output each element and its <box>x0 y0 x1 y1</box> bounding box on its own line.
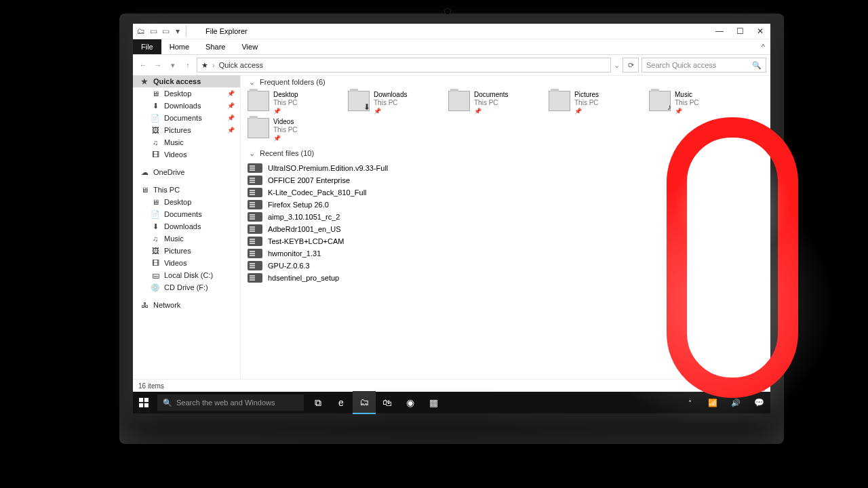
breadcrumb-location[interactable]: Quick access <box>219 61 263 69</box>
tray-volume-icon[interactable]: 🔊 <box>724 392 747 413</box>
file-icon <box>248 273 262 283</box>
pin-icon: 📌 <box>374 107 407 115</box>
sidebar-item-onedrive[interactable]: ☁ OneDrive <box>133 166 240 178</box>
taskbar: 🔍 Search the web and Windows ⧉ e 🗂 🛍 ◉ ▦… <box>133 392 770 413</box>
sidebar-item-documents[interactable]: 📄Documents <box>133 208 240 220</box>
sidebar-item-label: Desktop <box>164 89 191 98</box>
store-icon[interactable]: 🛍 <box>376 392 399 413</box>
svg-rect-1 <box>144 398 149 402</box>
folder-location: This PC <box>574 99 599 107</box>
sidebar-item-quick-access[interactable]: ★ Quick access <box>133 75 240 87</box>
sidebar-item-label: Documents <box>164 114 202 122</box>
sidebar-item-cd-drive-f-[interactable]: 💿CD Drive (F:) <box>133 281 240 293</box>
back-button[interactable]: ← <box>137 61 149 69</box>
file-name: Firefox Setup 26.0 <box>268 201 329 209</box>
sidebar-item-downloads[interactable]: ⬇Downloads📌 <box>133 100 240 112</box>
tray-action-center-icon[interactable]: 💬 <box>747 392 770 413</box>
recent-file[interactable]: K-Lite_Codec_Pack_810_Full <box>248 186 764 198</box>
recent-file[interactable]: Test-KEYB+LCD+CAM <box>248 235 764 247</box>
app-icon[interactable]: ▦ <box>422 392 445 413</box>
folder-location: This PC <box>474 99 509 107</box>
sidebar-item-this-pc[interactable]: 🖥 This PC <box>133 184 240 196</box>
network-icon: 🖧 <box>140 301 149 309</box>
status-bar: 16 items <box>133 379 770 392</box>
star-icon: ★ <box>140 77 149 86</box>
folder-music[interactable]: ♪MusicThis PC📌 <box>649 91 737 114</box>
task-view-icon[interactable]: ⧉ <box>307 392 330 413</box>
cloud-icon: ☁ <box>140 168 149 177</box>
sidebar-item-pictures[interactable]: 🖼Pictures📌 <box>133 124 240 136</box>
tab-share[interactable]: Share <box>197 39 233 54</box>
folder-pictures[interactable]: PicturesThis PC📌 <box>549 91 637 114</box>
file-name: Test-KEYB+LCD+CAM <box>268 237 344 245</box>
sidebar-item-documents[interactable]: 📄Documents📌 <box>133 112 240 124</box>
qat-newfolder-icon[interactable]: ▭ <box>160 26 171 37</box>
recent-file[interactable]: OFFICE 2007 Enterprise <box>248 174 764 186</box>
file-icon <box>248 200 262 209</box>
svg-rect-2 <box>139 403 143 407</box>
sidebar-item-label: Pictures <box>164 126 191 134</box>
tab-file[interactable]: File <box>133 39 161 54</box>
file-icon <box>248 163 262 173</box>
qat-properties-icon[interactable]: ▭ <box>148 26 159 37</box>
firefox-icon[interactable]: ◉ <box>399 392 422 413</box>
folder-documents[interactable]: DocumentsThis PC📌 <box>448 91 536 114</box>
recent-file[interactable]: UltraISO.Premium.Edition.v9.33-Full <box>248 162 764 174</box>
recent-dropdown-icon[interactable]: ▾ <box>167 61 179 70</box>
edge-icon[interactable]: e <box>330 392 353 413</box>
address-history-icon[interactable]: ⌄ <box>614 61 620 70</box>
maximize-button[interactable]: ☐ <box>730 24 750 39</box>
file-name: K-Lite_Codec_Pack_810_Full <box>268 188 367 197</box>
start-button[interactable] <box>133 392 155 413</box>
up-button[interactable]: ↑ <box>182 61 194 69</box>
search-input[interactable]: Search Quick access 🔍 <box>642 58 766 73</box>
view-details-button[interactable] <box>736 380 750 391</box>
sidebar-item-videos[interactable]: 🎞Videos <box>133 257 240 269</box>
recent-file[interactable]: Firefox Setup 26.0 <box>248 199 764 210</box>
qat-dropdown-icon[interactable]: ▾ <box>172 26 183 37</box>
sidebar-item-pictures[interactable]: 🖼Pictures <box>133 245 240 257</box>
sidebar-item-music[interactable]: ♫Music <box>133 232 240 245</box>
sidebar-item-label: This PC <box>153 186 180 194</box>
recent-file[interactable]: aimp_3.10.1051_rc_2 <box>248 211 764 222</box>
sidebar-item-local-disk-c-[interactable]: 🖴Local Disk (C:) <box>133 269 240 281</box>
forward-button[interactable]: → <box>152 61 164 69</box>
sidebar-item-desktop[interactable]: 🖥Desktop <box>133 196 240 208</box>
taskbar-search[interactable]: 🔍 Search the web and Windows <box>157 394 304 411</box>
recent-file[interactable]: hdsentinel_pro_setup <box>248 272 764 283</box>
explorer-taskbar-icon[interactable]: 🗂 <box>353 391 376 414</box>
sidebar-item-network[interactable]: 🖧 Network <box>133 299 240 311</box>
folder-location: This PC <box>273 99 298 107</box>
folder-desktop[interactable]: DesktopThis PC📌 <box>248 91 336 114</box>
tab-view[interactable]: View <box>233 39 266 54</box>
folder-icon: 🎞 <box>151 150 160 159</box>
tab-home[interactable]: Home <box>161 39 197 54</box>
sidebar-item-label: Downloads <box>164 222 201 230</box>
view-large-button[interactable] <box>751 380 765 391</box>
folder-downloads[interactable]: ⬇DownloadsThis PC📌 <box>348 91 436 114</box>
recent-file[interactable]: GPU-Z.0.6.3 <box>248 260 764 271</box>
recent-file[interactable]: hwmonitor_1.31 <box>248 247 764 259</box>
refresh-button[interactable]: ⟳ <box>623 58 639 73</box>
folder-name: Documents <box>474 91 509 99</box>
group-recent[interactable]: ⌄ Recent files (10) <box>249 149 764 158</box>
group-frequent[interactable]: ⌄ Frequent folders (6) <box>249 78 764 87</box>
ribbon-expand-icon[interactable]: ^ <box>756 39 770 54</box>
tray-up-icon[interactable]: ˄ <box>678 392 701 413</box>
sidebar-item-label: Pictures <box>164 247 191 255</box>
recent-file[interactable]: AdbeRdr1001_en_US <box>248 223 764 235</box>
sidebar-item-label: CD Drive (F:) <box>164 283 208 291</box>
pin-icon: 📌 <box>474 107 509 115</box>
close-button[interactable]: ✕ <box>750 24 770 39</box>
folder-videos[interactable]: VideosThis PC📌 <box>248 118 336 141</box>
sidebar-item-videos[interactable]: 🎞Videos <box>133 148 240 161</box>
tray-network-icon[interactable]: 📶 <box>701 392 724 413</box>
sidebar-item-music[interactable]: ♫Music <box>133 136 240 148</box>
search-icon: 🔍 <box>752 61 762 70</box>
chevron-down-icon: ⌄ <box>249 78 255 86</box>
minimize-button[interactable]: — <box>709 24 730 39</box>
sidebar-item-desktop[interactable]: 🖥Desktop📌 <box>133 87 240 100</box>
sidebar-item-label: Music <box>164 138 184 146</box>
address-bar[interactable]: ★ › Quick access <box>197 58 611 73</box>
sidebar-item-downloads[interactable]: ⬇Downloads <box>133 220 240 232</box>
